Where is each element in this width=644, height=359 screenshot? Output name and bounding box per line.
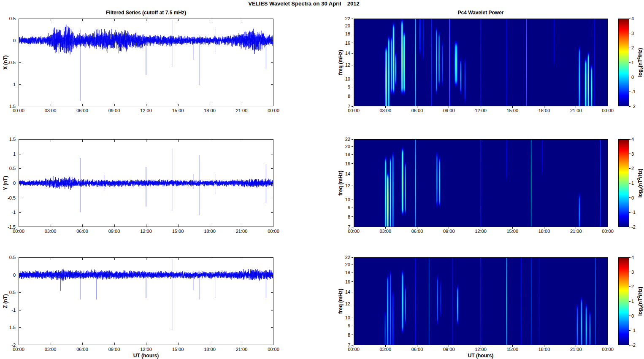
x-tick-label: 03:00 <box>45 108 57 113</box>
x-tick-label: 03:00 <box>379 108 391 113</box>
colorbar-tick-label: 3 <box>631 151 634 157</box>
y-tick-label: 18 <box>345 270 350 275</box>
x-tick-label: 00:00 <box>348 347 360 352</box>
colorbar-tick-mark <box>629 139 630 140</box>
wavelet-x-heatmap-canvas <box>354 19 608 106</box>
x-tick-label: 09:00 <box>108 229 120 234</box>
x-axis-label-left: UT (hours) <box>19 353 273 359</box>
y-tick-mark <box>352 96 353 96</box>
x-tick-label: 03:00 <box>379 347 391 352</box>
y-tick-label: 20 <box>345 23 350 28</box>
colorbar-tick-label: 1 <box>631 181 634 186</box>
y-tick-label: 10 <box>345 315 350 320</box>
x-tick-label: 00:00 <box>602 347 614 352</box>
colorbar-tick-label: -2 <box>631 224 636 229</box>
y-tick-label: 0.5 <box>9 16 16 21</box>
x-tick-label: 00:00 <box>13 108 24 113</box>
colorbar-tick-mark <box>629 330 630 331</box>
colorbar-tick-label: -1 <box>631 210 636 215</box>
y-tick-label: 18 <box>345 31 350 36</box>
colorbar-tick-mark <box>629 257 630 258</box>
x-tick-label: 12:00 <box>475 108 487 113</box>
x-tick-label: 18:00 <box>538 108 550 113</box>
x-tick-label: 12:00 <box>475 229 487 234</box>
y-tick-label: 20 <box>345 262 350 267</box>
y-tick-label: 14 <box>345 171 350 176</box>
y-tick-label: -0.5 <box>8 60 16 65</box>
figure-title: VELIES Wavelet Spectra on 30 April 2012 <box>0 0 608 7</box>
x-tick-label: 21:00 <box>236 229 248 234</box>
x-tick-label: 03:00 <box>379 229 391 234</box>
y-tick-mark <box>352 79 353 79</box>
colorbar-tick-mark <box>629 48 630 48</box>
colorbar-tick-mark <box>629 92 630 92</box>
y-tick-label: 20 <box>345 144 350 149</box>
y-tick-mark <box>352 345 353 346</box>
y-tick-label: 22 <box>345 255 350 260</box>
y-tick-label: -1 <box>11 82 16 87</box>
colorbar-tick-label: 0 <box>631 313 634 319</box>
colorbar-tick-mark <box>629 33 630 33</box>
wavelet-z-heatmap-canvas <box>354 257 608 345</box>
x-tick-label: 09:00 <box>108 108 120 113</box>
y-tick-mark <box>352 163 353 164</box>
colorbar-tick-mark <box>629 227 630 227</box>
x-tick-label: 18:00 <box>538 347 550 352</box>
y-tick-label: 8 <box>348 214 350 219</box>
subplot-wavelet-z: freq (mHz) UT (hours) 222018161412109870… <box>354 257 608 345</box>
x-tick-label: 06:00 <box>411 347 423 352</box>
colorbar-tick-mark <box>629 286 630 287</box>
y-tick-mark <box>352 265 353 265</box>
colorbar-tick-label: 0 <box>631 75 634 80</box>
y-tick-label: 10 <box>345 76 350 81</box>
subplot-wavelet-y: freq (mHz) 2220181614121098700:0003:0006… <box>354 139 608 227</box>
x-tick-label: 09:00 <box>108 347 120 352</box>
y-tick-mark <box>352 186 353 186</box>
colorbar-tick-label: 1 <box>631 60 634 65</box>
subplot-timeseries-y: Y (nT) 1.510.50-0.5-1-1.500:0003:0006:00… <box>19 139 273 227</box>
x-tick-label: 03:00 <box>45 229 57 234</box>
colorbar-y-canvas <box>618 139 629 227</box>
y-tick-mark <box>352 106 353 107</box>
x-tick-label: 06:00 <box>76 347 88 352</box>
x-tick-label: 06:00 <box>76 108 88 113</box>
colorbar-tick-label: -1 <box>631 328 636 333</box>
x-tick-label: 09:00 <box>443 229 455 234</box>
colorbar-label: log2(nT2/Hz) <box>636 169 644 198</box>
y-tick-label: 14 <box>345 51 350 56</box>
y-tick-mark <box>352 139 353 140</box>
colorbar-tick-label: 4 <box>631 16 634 21</box>
y-tick-mark <box>352 281 353 282</box>
y-tick-label: 14 <box>345 289 350 294</box>
y-tick-label: -1 <box>11 210 16 215</box>
y-tick-mark <box>352 43 353 43</box>
colorbar-tick-mark <box>629 168 630 169</box>
x-tick-label: 00:00 <box>268 108 279 113</box>
y-tick-label: 1.5 <box>9 137 16 142</box>
colorbar-x: log2(nT2/Hz) 43210-1-2 <box>618 19 629 106</box>
y-tick-mark <box>352 146 353 147</box>
colorbar-tick-mark <box>629 316 630 316</box>
x-tick-label: 18:00 <box>204 347 216 352</box>
subplot-wavelet-x: Pc4 Wavelet Power freq (mHz) 22201816141… <box>354 19 608 106</box>
y-tick-label: 18 <box>345 152 350 157</box>
x-tick-label: 21:00 <box>236 108 248 113</box>
x-tick-label: 00:00 <box>602 108 614 113</box>
x-tick-label: 00:00 <box>348 229 360 234</box>
y-tick-label: 9 <box>348 84 350 89</box>
colorbar-tick-label: 3 <box>631 31 634 36</box>
timeseries-y-canvas <box>19 139 273 227</box>
x-tick-label: 06:00 <box>411 229 423 234</box>
y-tick-label: 22 <box>345 137 350 142</box>
y-tick-label: 16 <box>345 40 350 46</box>
colorbar-tick-mark <box>629 345 630 346</box>
colorbar-label: log2(nT2/Hz) <box>636 48 644 77</box>
colorbar-tick-mark <box>629 212 630 213</box>
subplot-timeseries-x: Filtered Series (cutoff at 7.5 mHz) X (n… <box>19 19 273 106</box>
y-tick-label: 9 <box>348 205 350 210</box>
x-tick-label: 15:00 <box>172 229 184 234</box>
x-tick-label: 12:00 <box>140 347 152 352</box>
colorbar-tick-label: 2 <box>631 284 634 289</box>
colorbar-tick-mark <box>629 301 630 302</box>
y-tick-mark <box>352 318 353 318</box>
